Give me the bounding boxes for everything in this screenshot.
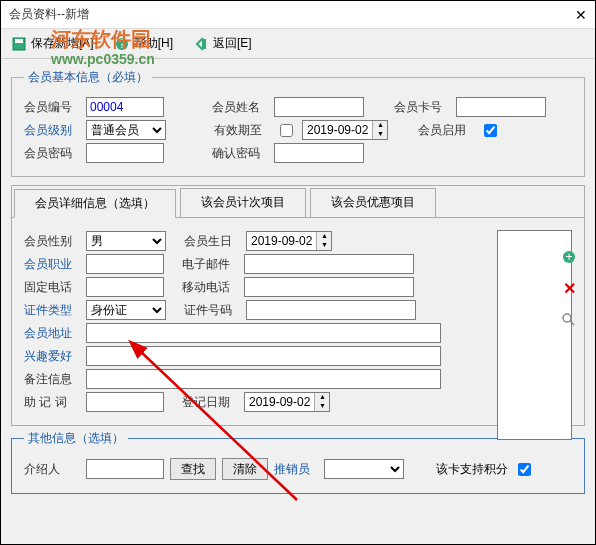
gender-select[interactable]: 男: [86, 231, 166, 251]
hobby-label: 兴趣爱好: [24, 348, 80, 365]
add-image-icon[interactable]: +: [561, 249, 577, 265]
back-icon: [193, 36, 209, 52]
svg-rect-1: [15, 39, 23, 43]
titlebar: 会员资料--新增 ✕: [1, 1, 595, 29]
content-area: 会员基本信息（必填） 会员编号 会员姓名 会员卡号 会员级别 普通会员 有效期至…: [1, 59, 595, 508]
spin-down-icon[interactable]: ▼: [316, 241, 331, 250]
mobile-input[interactable]: [244, 277, 414, 297]
points-checkbox[interactable]: [518, 463, 531, 476]
spin-up-icon[interactable]: ▲: [314, 393, 329, 402]
basic-info-group: 会员基本信息（必填） 会员编号 会员姓名 会员卡号 会员级别 普通会员 有效期至…: [11, 69, 585, 177]
svg-line-9: [570, 321, 574, 325]
points-label: 该卡支持积分: [436, 461, 508, 478]
idtype-select[interactable]: 身份证: [86, 300, 166, 320]
toolbar: 保存新增[A] ? 帮助[H] 返回[E]: [1, 29, 595, 59]
tel-label: 固定电话: [24, 279, 80, 296]
member-name-input[interactable]: [274, 97, 364, 117]
email-input[interactable]: [244, 254, 414, 274]
idno-label: 证件号码: [184, 302, 240, 319]
tab-strip: 会员详细信息（选填） 该会员计次项目 该会员优惠项目: [12, 186, 584, 218]
job-label: 会员职业: [24, 256, 80, 273]
svg-text:+: +: [565, 250, 572, 264]
tab-count-items[interactable]: 该会员计次项目: [180, 188, 306, 217]
level-select[interactable]: 普通会员: [86, 120, 166, 140]
svg-point-8: [563, 314, 571, 322]
tab-detail[interactable]: 会员详细信息（选填）: [14, 189, 176, 218]
delete-image-icon[interactable]: ✕: [563, 279, 576, 298]
expire-date-input[interactable]: 2019-09-02 ▲▼: [302, 120, 388, 140]
back-label: 返回[E]: [213, 35, 252, 52]
window-title: 会员资料--新增: [9, 6, 89, 23]
member-name-label: 会员姓名: [212, 99, 268, 116]
spin-down-icon[interactable]: ▼: [314, 402, 329, 411]
spin-up-icon[interactable]: ▲: [316, 232, 331, 241]
member-no-label: 会员编号: [24, 99, 80, 116]
idtype-label: 证件类型: [24, 302, 80, 319]
expire-checkbox[interactable]: [280, 124, 293, 137]
promoter-select[interactable]: [324, 459, 404, 479]
card-no-input[interactable]: [456, 97, 546, 117]
help-label: 帮助[H]: [134, 35, 173, 52]
remark-input[interactable]: [86, 369, 441, 389]
find-button[interactable]: 查找: [170, 458, 216, 480]
password-input[interactable]: [86, 143, 164, 163]
email-label: 电子邮件: [182, 256, 238, 273]
hobby-input[interactable]: [86, 346, 441, 366]
idno-input[interactable]: [246, 300, 416, 320]
job-input[interactable]: [86, 254, 164, 274]
save-new-button[interactable]: 保存新增[A]: [11, 35, 94, 52]
card-no-label: 会员卡号: [394, 99, 450, 116]
regdate-value: 2019-09-02: [245, 395, 314, 409]
back-button[interactable]: 返回[E]: [193, 35, 252, 52]
spin-up-icon[interactable]: ▲: [372, 121, 387, 130]
tab-pref-items[interactable]: 该会员优惠项目: [310, 188, 436, 217]
main-window: 会员资料--新增 ✕ 河东软件园 www.pc0359.cn 保存新增[A] ?…: [0, 0, 596, 545]
tel-input[interactable]: [86, 277, 164, 297]
referrer-label: 介绍人: [24, 461, 80, 478]
mobile-label: 移动电话: [182, 279, 238, 296]
save-new-label: 保存新增[A]: [31, 35, 94, 52]
spin-down-icon[interactable]: ▼: [372, 130, 387, 139]
clear-button[interactable]: 清除: [222, 458, 268, 480]
save-icon: [11, 36, 27, 52]
svg-rect-4: [202, 39, 206, 49]
tab-body: 会员性别 男 会员生日 2019-09-02 ▲▼ 会员职业 电子邮件: [12, 218, 584, 425]
regdate-label: 登记日期: [182, 394, 238, 411]
mnemonic-label: 助 记 词: [24, 394, 80, 411]
confirm-input[interactable]: [274, 143, 364, 163]
basic-legend: 会员基本信息（必填）: [24, 69, 152, 86]
address-input[interactable]: [86, 323, 441, 343]
svg-text:?: ?: [118, 37, 125, 51]
help-button[interactable]: ? 帮助[H]: [114, 35, 173, 52]
help-icon: ?: [114, 36, 130, 52]
gender-label: 会员性别: [24, 233, 80, 250]
referrer-input[interactable]: [86, 459, 164, 479]
image-panel: + ✕: [497, 230, 572, 440]
address-label: 会员地址: [24, 325, 80, 342]
birthday-value: 2019-09-02: [247, 234, 316, 248]
confirm-label: 确认密码: [212, 145, 268, 162]
promoter-label: 推销员: [274, 461, 318, 478]
level-label: 会员级别: [24, 122, 80, 139]
detail-tabs: 会员详细信息（选填） 该会员计次项目 该会员优惠项目 会员性别 男 会员生日: [11, 185, 585, 426]
birthday-label: 会员生日: [184, 233, 240, 250]
password-label: 会员密码: [24, 145, 80, 162]
regdate-input[interactable]: 2019-09-02 ▲▼: [244, 392, 330, 412]
expire-date-value: 2019-09-02: [303, 123, 372, 137]
other-legend: 其他信息（选填）: [24, 430, 128, 447]
member-no-input[interactable]: [86, 97, 164, 117]
mnemonic-input[interactable]: [86, 392, 164, 412]
enable-label: 会员启用: [418, 122, 474, 139]
birthday-input[interactable]: 2019-09-02 ▲▼: [246, 231, 332, 251]
close-icon[interactable]: ✕: [575, 7, 587, 23]
expire-label: 有效期至: [214, 122, 270, 139]
enable-checkbox[interactable]: [484, 124, 497, 137]
remark-label: 备注信息: [24, 371, 80, 388]
zoom-icon[interactable]: [561, 312, 577, 328]
